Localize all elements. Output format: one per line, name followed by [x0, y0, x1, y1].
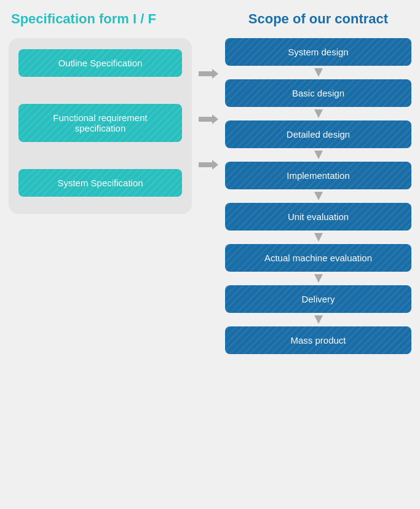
scope-box-0: System design — [225, 38, 411, 66]
scope-box-2: Detailed design — [225, 120, 411, 148]
h-arrow-2 — [192, 149, 225, 181]
svg-marker-1 — [199, 114, 218, 124]
down-arrow-1 — [225, 107, 411, 120]
svg-marker-5 — [314, 151, 323, 159]
main-container: Specification form I / F Outline Specifi… — [0, 0, 420, 509]
svg-marker-7 — [314, 233, 323, 242]
scope-box-1: Basic design — [225, 79, 411, 107]
down-arrow-6 — [225, 313, 411, 326]
scope-box-6: Delivery — [225, 285, 411, 313]
spec-box-0: Outline Specification — [18, 49, 182, 77]
right-panel-title: Scope of our contract — [225, 11, 411, 27]
left-card-area: Outline SpecificationFunctional requirem… — [9, 38, 192, 214]
left-column: Specification form I / F Outline Specifi… — [9, 11, 192, 214]
spec-box-2: System Specification — [18, 169, 182, 197]
svg-marker-0 — [199, 69, 218, 79]
svg-marker-3 — [314, 68, 323, 77]
down-arrow-2 — [225, 148, 411, 162]
down-arrow-0 — [225, 66, 411, 79]
middle-arrows-column — [192, 11, 225, 181]
svg-marker-9 — [314, 315, 323, 324]
h-arrow-1 — [192, 103, 225, 135]
svg-marker-6 — [314, 192, 323, 200]
down-arrow-3 — [225, 189, 411, 203]
left-panel-title: Specification form I / F — [9, 11, 192, 27]
scope-box-5: Actual machine evaluation — [225, 244, 411, 272]
right-column: Scope of our contract System designBasic… — [225, 11, 411, 354]
spec-box-1: Functional requirement specification — [18, 104, 182, 142]
svg-marker-4 — [314, 109, 323, 118]
svg-marker-2 — [199, 160, 218, 170]
scope-box-4: Unit evaluation — [225, 203, 411, 231]
down-arrow-5 — [225, 272, 411, 285]
h-arrow-0 — [192, 58, 225, 90]
down-arrow-4 — [225, 231, 411, 244]
svg-marker-8 — [314, 274, 323, 283]
right-card-area: System designBasic designDetailed design… — [225, 38, 411, 354]
scope-box-7: Mass product — [225, 326, 411, 354]
scope-box-3: Implementation — [225, 162, 411, 189]
